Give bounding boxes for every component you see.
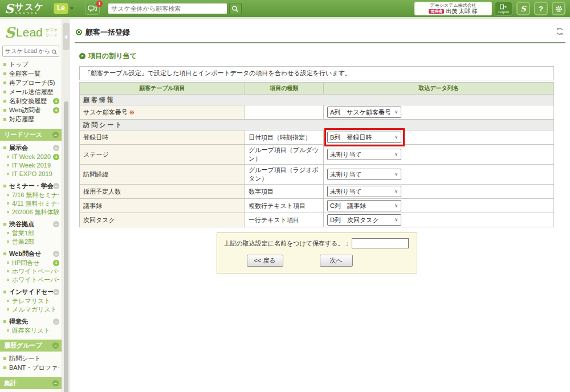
sidebar-section-lead-source[interactable]: リードソース (0, 129, 62, 141)
sidebar-item-bant-profile[interactable]: BANT・プロファイル (0, 364, 62, 373)
settings-button[interactable] (552, 2, 565, 15)
column-select[interactable]: D列 次回タスク (327, 214, 401, 226)
plus-icon[interactable] (53, 98, 59, 104)
sidebar-section-history-group[interactable]: 履歴グループ (0, 340, 62, 352)
section-title: 項目の割り当て (88, 51, 137, 61)
sidebar-item-card-exchange[interactable]: 名刺交換履歴 (0, 97, 62, 106)
sidebar-item-mailmag-list[interactable]: メルマガリスト (0, 305, 62, 314)
sidebar-scrollbar[interactable] (64, 101, 68, 392)
sidebar-item-whitepaper-b[interactable]: ホワイトペーパー B (0, 276, 62, 284)
collapse-icon[interactable] (53, 318, 59, 325)
sidebar-collapse-button[interactable] (63, 23, 70, 50)
sidebar-group-web-inquiry[interactable]: Web問合せ (0, 250, 62, 259)
column-select[interactable]: 未割り当て (327, 169, 401, 180)
refresh-button[interactable] (555, 27, 564, 38)
sidebar-item-response-history[interactable]: 対応履歴 (0, 115, 62, 124)
sidebar-item-top[interactable]: トップ (0, 60, 62, 70)
bullet-icon (3, 81, 6, 84)
global-search-input[interactable] (108, 3, 227, 14)
search-button[interactable] (229, 3, 242, 14)
collapse-icon[interactable] (53, 145, 59, 151)
column-select[interactable]: A列 サスケ顧客番号 (327, 107, 401, 118)
save-settings-name-input[interactable] (352, 238, 409, 248)
sidebar-item-mail-history[interactable]: メール送信履歴 (0, 88, 62, 97)
sidebar-item-reapproach[interactable]: 再アプローチ(5) (0, 79, 62, 88)
sidebar-item-whitepaper-a[interactable]: ホワイトペーパー A (0, 267, 62, 276)
sidebar-group-clients[interactable]: 得意先 (0, 317, 62, 326)
bullet-icon (3, 91, 6, 93)
notifications-button[interactable]: 1 (85, 3, 100, 15)
section-header: 項目の割り当て (79, 51, 554, 61)
top-header-bar: S サスケ SAASKE Le 1 (0, 0, 570, 19)
field-kind: 複数行テキスト項目 (245, 199, 324, 213)
sidebar-item-seminar-411[interactable]: 4/11 無料セミナー (0, 199, 62, 208)
collapse-icon[interactable] (53, 289, 59, 295)
sasuke-logo[interactable]: S サスケ SAASKE (5, 2, 44, 15)
sidebar-item-existing-customers[interactable]: 既存客リスト (0, 326, 62, 335)
sidebar-search-input[interactable] (2, 46, 59, 57)
column-select[interactable]: 未割り当て (327, 149, 401, 160)
column-select[interactable]: 未割り当て (327, 186, 401, 197)
field-kind: 数字項目 (245, 185, 324, 199)
bullet-icon (3, 109, 6, 112)
lead-edition-badge[interactable]: Le (54, 3, 68, 14)
table-row: 次回タスク 一行テキスト項目 D列 次回タスク (80, 213, 554, 227)
chevron-down-icon[interactable] (70, 7, 74, 10)
sidebar-group-shibuya[interactable]: 渋谷拠点 (0, 220, 62, 229)
plus-icon[interactable] (53, 107, 59, 113)
sidebar-item-sales-1[interactable]: 営業1部 (0, 229, 62, 238)
column-select[interactable]: C列 議事録 (327, 200, 401, 211)
plus-icon[interactable] (53, 260, 59, 266)
sidebar-group-seminar[interactable]: セミナー・学会 (0, 182, 62, 191)
search-icon (231, 5, 239, 13)
bullet-icon (3, 72, 6, 75)
collapse-icon[interactable] (52, 132, 59, 138)
bullet-icon (3, 185, 6, 187)
sidebar-item-visit-sheet[interactable]: 訪問シート (0, 354, 62, 364)
sidebar-item-seminar-716[interactable]: 7/16 無料セミナー (0, 191, 62, 199)
lead-logo[interactable]: S Lead サスケリード (0, 19, 62, 40)
collapse-icon[interactable] (53, 251, 59, 257)
collapse-icon[interactable] (52, 342, 59, 349)
back-button[interactable]: << 戻る (247, 255, 283, 267)
collapse-icon[interactable] (53, 221, 59, 227)
sidebar-item-all-customers[interactable]: 全顧客一覧 (0, 70, 62, 79)
required-mark: ※ (129, 109, 135, 116)
collapse-icon[interactable] (53, 183, 59, 189)
sidebar-section-aggregate[interactable]: 集計 (0, 377, 62, 389)
sasuke-home-button[interactable]: S (516, 2, 530, 15)
sidebar-item-web-visitors[interactable]: Web訪問者 (0, 106, 62, 115)
lead-logo-text: Lead (16, 26, 43, 39)
table-row: 採用予定人数 数字項目 未割り当て (80, 185, 554, 199)
sidebar-item-sales-2[interactable]: 営業2部 (0, 238, 62, 246)
user-name: 出茂 太郎 様 (446, 8, 478, 15)
question-mark-icon: ? (539, 5, 543, 13)
sidebar-item-it-week-2019[interactable]: IT Week 2019 (0, 161, 62, 170)
help-button[interactable]: ? (534, 2, 548, 15)
sidebar-item-it-week-2020[interactable]: IT Week 2020 (0, 153, 62, 161)
bullet-icon (7, 240, 9, 243)
sidebar-item-hp-inquiry[interactable]: HP問合せ (0, 259, 62, 267)
logout-button[interactable]: Logout (495, 2, 512, 16)
user-account-box[interactable]: デモシステム株式会社 管理者 出茂 太郎 様 (414, 2, 492, 16)
logout-label: Logout (498, 10, 508, 14)
sidebar-item-tele-list[interactable]: テレマリスト (0, 297, 62, 305)
column-select-highlighted[interactable]: B列 登録日時 (327, 132, 401, 143)
next-button[interactable]: 次へ (320, 255, 353, 267)
lead-logo-tag: サスケリード (46, 26, 58, 38)
bullet-icon (3, 100, 6, 103)
plus-icon[interactable] (53, 154, 59, 160)
field-mapping-table: 顧客テーブル項目 項目の種類 取込データ列名 顧客情報 サスケ顧客番号※ A列 (79, 82, 554, 227)
sidebar-nav: トップ 全顧客一覧 再アプローチ(5) メール送信履歴 名刺交換履歴 (0, 60, 62, 392)
field-kind: グループ項目（ラジオボタン） (245, 165, 324, 185)
collapse-icon[interactable] (52, 380, 59, 386)
column-header: 項目の種類 (245, 83, 324, 95)
table-row: 議事録 複数行テキスト項目 C列 議事録 (80, 199, 554, 213)
sidebar-group-exhibition[interactable]: 展示会 (0, 144, 62, 153)
table-header-row: 顧客テーブル項目 項目の種類 取込データ列名 (80, 83, 554, 95)
sidebar-item-trial-202006[interactable]: 202006 無料体験会 (0, 208, 62, 217)
sidebar-item-it-expo-2019[interactable]: IT EXPO 2019 (0, 170, 62, 178)
bullet-icon (7, 308, 9, 311)
sidebar-group-inside-sales[interactable]: インサイドセールス (0, 288, 62, 297)
bullet-icon (7, 270, 9, 272)
